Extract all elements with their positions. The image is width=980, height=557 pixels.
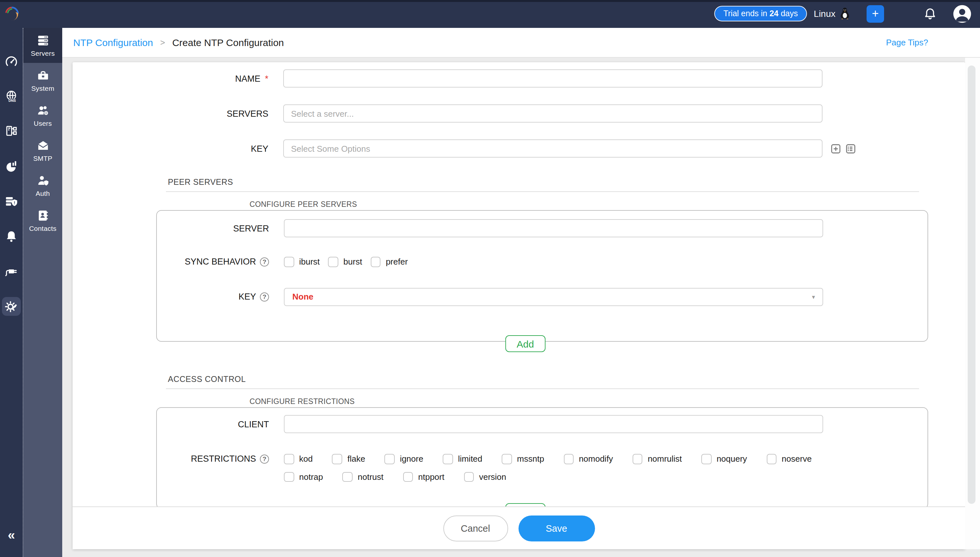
key-label: KEY (73, 143, 268, 153)
checkbox-box[interactable] (385, 454, 395, 464)
page-tips-link[interactable]: Page Tips? (886, 37, 928, 47)
trial-text: Trial ends in (723, 9, 769, 18)
checkbox-box[interactable] (564, 454, 574, 464)
help-icon[interactable]: ? (260, 292, 269, 301)
users-gear-icon (37, 104, 49, 116)
add-peer-server-button[interactable]: Add (505, 335, 545, 352)
add-new-button[interactable]: + (866, 5, 884, 23)
checkbox-box[interactable] (284, 257, 294, 267)
sidebar-item-system[interactable]: System (23, 63, 62, 98)
user-avatar[interactable] (953, 5, 972, 23)
os-selector[interactable]: Linux (814, 7, 850, 20)
checkbox-box[interactable] (701, 454, 711, 464)
linux-penguin-icon (840, 7, 850, 20)
sidebar-item-auth[interactable]: Auth (23, 168, 62, 203)
help-icon[interactable]: ? (260, 454, 269, 463)
restriction-nomodify-checkbox[interactable]: nomodify (564, 454, 613, 464)
restriction-ntpport-checkbox[interactable]: ntpport (403, 472, 444, 482)
client-input[interactable] (284, 415, 823, 433)
sync-burst-checkbox[interactable]: burst (328, 257, 362, 267)
cancel-button[interactable]: Cancel (443, 516, 508, 541)
window-top-strip (0, 0, 980, 2)
restriction-notrap-checkbox[interactable]: notrap (284, 472, 323, 482)
checkbox-box[interactable] (464, 472, 474, 482)
restriction-limited-checkbox[interactable]: limited (443, 454, 482, 464)
checkbox-label: notrap (299, 472, 323, 482)
scrollbar-thumb[interactable] (968, 65, 975, 504)
restriction-mssntp-checkbox[interactable]: mssntp (502, 454, 544, 464)
checkbox-label: limited (458, 454, 482, 464)
name-label: NAME* (73, 73, 268, 83)
restriction-nomrulist-checkbox[interactable]: nomrulist (632, 454, 682, 464)
analytics-pie-icon[interactable] (2, 158, 20, 174)
checkbox-box[interactable] (343, 472, 353, 482)
restriction-notrust-checkbox[interactable]: notrust (343, 472, 384, 482)
sidebar-item-users[interactable]: Users (23, 98, 62, 133)
sidebar-item-label: Auth (36, 189, 50, 197)
key-input[interactable] (283, 139, 822, 158)
server-security-icon[interactable]: ! (2, 193, 20, 209)
checkbox-box[interactable] (632, 454, 643, 464)
dns-globe-icon[interactable]: DNS (2, 88, 20, 104)
help-icon[interactable]: ? (260, 257, 269, 267)
checkbox-label: nomodify (579, 454, 613, 464)
checkbox-label: ntpport (418, 472, 444, 482)
checkbox-box[interactable] (332, 454, 342, 464)
add-key-icon[interactable] (831, 143, 841, 153)
restriction-options-row: notrap notrust ntpport version (284, 472, 506, 482)
checkbox-box[interactable] (284, 454, 294, 464)
servers-input[interactable] (283, 104, 822, 122)
peer-key-select[interactable]: None ▼ (284, 288, 823, 306)
settings-gear-wrench-icon[interactable] (2, 297, 21, 316)
alerts-bell-icon[interactable] (2, 228, 20, 244)
server-network-icon[interactable] (2, 123, 20, 139)
key-list-icon[interactable] (846, 143, 856, 153)
checkbox-box[interactable] (766, 454, 777, 464)
restriction-version-checkbox[interactable]: version (464, 472, 506, 482)
address-book-icon (37, 209, 49, 221)
restriction-noquery-checkbox[interactable]: noquery (701, 454, 747, 464)
client-row: CLIENT (157, 415, 928, 433)
restriction-ignore-checkbox[interactable]: ignore (385, 454, 423, 464)
os-label: Linux (814, 8, 835, 18)
checkbox-box[interactable] (371, 257, 380, 267)
sync-iburst-checkbox[interactable]: iburst (284, 257, 320, 267)
peer-server-input[interactable] (284, 219, 823, 237)
sidebar-item-contacts[interactable]: Contacts (23, 203, 62, 238)
breadcrumb-separator: > (160, 37, 165, 47)
notifications-bell-icon[interactable] (924, 7, 936, 21)
breadcrumb-parent-link[interactable]: NTP Configuration (73, 37, 153, 48)
sync-prefer-checkbox[interactable]: prefer (371, 257, 408, 267)
checkbox-label: nomrulist (648, 454, 682, 464)
restriction-flake-checkbox[interactable]: flake (332, 454, 365, 464)
checkbox-label: prefer (386, 257, 408, 267)
integrations-plug-icon[interactable] (2, 263, 20, 279)
checkbox-label: iburst (299, 257, 320, 267)
checkbox-box[interactable] (443, 454, 453, 464)
checkbox-label: notrust (358, 472, 384, 482)
checkbox-box[interactable] (284, 472, 294, 482)
name-row: NAME* (73, 69, 965, 88)
name-input[interactable] (283, 69, 822, 88)
dropdown-arrow-icon: ▼ (811, 294, 816, 300)
save-button[interactable]: Save (518, 516, 595, 541)
sync-options: iburst burst prefer (284, 257, 408, 267)
sidebar-item-smtp[interactable]: SMTP (23, 133, 62, 168)
trial-badge[interactable]: Trial ends in 24 days (714, 6, 807, 21)
checkbox-box[interactable] (502, 454, 512, 464)
checkbox-box[interactable] (403, 472, 413, 482)
sidebar-collapse-icon[interactable]: « (0, 528, 23, 543)
checkbox-box[interactable] (328, 257, 338, 267)
dashboard-gauge-icon[interactable] (2, 53, 20, 69)
checkbox-label: version (479, 472, 506, 482)
restriction-noserve-checkbox[interactable]: noserve (766, 454, 812, 464)
svg-text:DNS: DNS (8, 98, 16, 102)
servers-stack-icon (37, 34, 49, 46)
restriction-kod-checkbox[interactable]: kod (284, 454, 313, 464)
plus-icon: + (872, 7, 879, 21)
add-restriction-button[interactable]: Add (505, 503, 545, 507)
restriction-options-row: kod flake ignore limited mssntp nomodify… (284, 454, 812, 464)
sidebar-item-servers[interactable]: Servers (23, 28, 62, 63)
checkbox-label: kod (299, 454, 313, 464)
envelope-icon (37, 139, 49, 151)
